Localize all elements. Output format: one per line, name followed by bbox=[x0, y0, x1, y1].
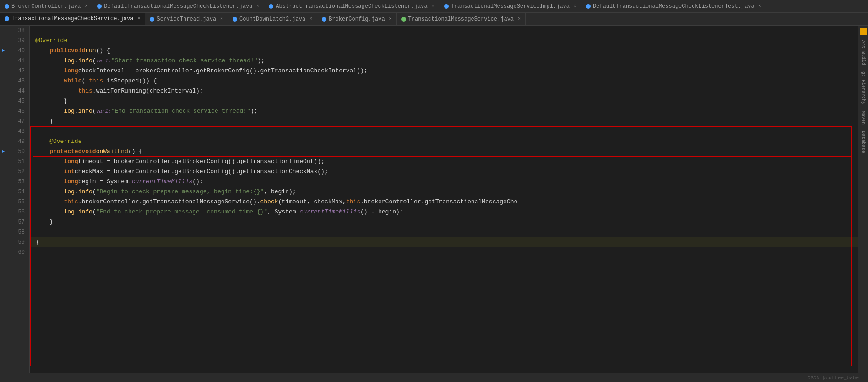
close-icon[interactable]: × bbox=[220, 16, 223, 22]
line-num-48: 48 bbox=[0, 126, 29, 136]
tab-abstract-transactional[interactable]: AbstractTransactionalMessageCheckListene… bbox=[264, 0, 439, 12]
line-num-50: ▶ 50 bbox=[0, 147, 29, 157]
tab-icon-blue bbox=[5, 16, 9, 21]
line-num-38: 38 bbox=[0, 26, 29, 36]
arrow-icon: ▶ bbox=[2, 147, 5, 157]
close-icon[interactable]: × bbox=[309, 16, 312, 22]
hierarchy-label[interactable]: g: Hierarchy bbox=[860, 69, 867, 107]
tab-countdown-latch[interactable]: CountDownLatch2.java × bbox=[228, 13, 317, 25]
tab-label: ServiceThread.java bbox=[157, 16, 216, 22]
line-num-45: 45 bbox=[0, 96, 29, 106]
code-line-42: long checkInterval = brokerController.ge… bbox=[30, 66, 858, 76]
line-num-58: 58 bbox=[0, 227, 29, 237]
line-num-56: 56 bbox=[0, 207, 29, 217]
code-line-54: log . info ( "Begin to check prepare mes… bbox=[30, 187, 858, 197]
tab-transactional-impl[interactable]: TransactionalMessageServiceImpl.java × bbox=[439, 0, 581, 12]
tab-transactional-service[interactable]: TransactionalMessageService.java × bbox=[397, 13, 526, 25]
tab-label: DefaultTransactionalMessageCheckListener… bbox=[593, 3, 754, 10]
tab-service-thread[interactable]: ServiceThread.java × bbox=[145, 13, 228, 25]
tab-label: BrokerController.java bbox=[11, 3, 81, 10]
watermark: CSDN @coffee_babe bbox=[808, 375, 859, 381]
ant-build-icon bbox=[860, 28, 867, 35]
tab-icon-blue bbox=[150, 17, 154, 22]
tab-label: TransactionalMessageService.java bbox=[408, 16, 514, 22]
line-num-51: 51 bbox=[0, 157, 29, 167]
maven-label[interactable]: Maven bbox=[860, 108, 867, 127]
close-icon[interactable]: × bbox=[759, 4, 761, 9]
database-label[interactable]: Database bbox=[860, 128, 867, 156]
close-icon[interactable]: × bbox=[574, 4, 576, 9]
line-num-43: 43 bbox=[0, 76, 29, 86]
code-line-59: } bbox=[30, 237, 858, 247]
line-num-40: ▶ 40 bbox=[0, 46, 29, 56]
line-num-46: 46 bbox=[0, 106, 29, 116]
code-line-57: } bbox=[30, 217, 858, 227]
code-area[interactable]: @Override public void run () { log . inf… bbox=[30, 26, 858, 373]
line-number-gutter: 38 39 ▶ 40 41 42 43 44 45 46 47 48 49 ▶ … bbox=[0, 26, 30, 373]
line-num-41: 41 bbox=[0, 56, 29, 66]
close-icon[interactable]: × bbox=[518, 16, 521, 22]
code-line-50: protected void onWaitEnd () { bbox=[30, 147, 858, 157]
code-line-49: @Override bbox=[30, 136, 858, 147]
close-icon[interactable]: × bbox=[137, 16, 140, 21]
close-icon[interactable]: × bbox=[389, 16, 392, 22]
code-line-44: this .waitForRunning(checkInterval); bbox=[30, 86, 858, 96]
code-line-41: log . info ( var1: "Start transaction ch… bbox=[30, 56, 858, 66]
tab-icon-blue bbox=[444, 4, 449, 9]
code-line-43: while (! this .isStopped()) { bbox=[30, 76, 858, 86]
line-num-59: 59 bbox=[0, 237, 29, 247]
tab-icon-blue bbox=[97, 4, 102, 9]
tab-icon-blue bbox=[5, 4, 9, 9]
tab-label: TransactionalMessageCheckService.java bbox=[11, 16, 133, 22]
code-line-40: public void run () { bbox=[30, 46, 858, 56]
code-line-39: @Override bbox=[30, 36, 858, 46]
tab-default-test[interactable]: DefaultTransactionalMessageCheckListener… bbox=[581, 0, 766, 12]
ant-build-label[interactable]: Ant Build bbox=[860, 38, 867, 68]
line-num-57: 57 bbox=[0, 217, 29, 227]
tab-icon-green bbox=[401, 17, 406, 22]
tab-icon-blue bbox=[322, 17, 326, 22]
tab-icon-blue bbox=[269, 4, 273, 9]
code-line-55: this .brokerController.getTransactionalM… bbox=[30, 197, 858, 207]
line-num-47: 47 bbox=[0, 116, 29, 126]
arrow-icon: ▶ bbox=[2, 46, 5, 56]
right-sidebar: Ant Build g: Hierarchy Maven Database bbox=[858, 26, 868, 373]
close-icon[interactable]: × bbox=[256, 4, 259, 9]
tab-icon-blue bbox=[233, 17, 237, 22]
close-icon[interactable]: × bbox=[85, 4, 87, 9]
tab-label: CountDownLatch2.java bbox=[239, 16, 305, 22]
tab-broker-controller[interactable]: BrokerController.java × bbox=[0, 0, 92, 12]
code-line-38 bbox=[30, 26, 858, 36]
line-num-60: 60 bbox=[0, 247, 29, 257]
tab-check-service[interactable]: TransactionalMessageCheckService.java × bbox=[0, 13, 145, 25]
line-num-39: 39 bbox=[0, 36, 29, 46]
bottom-bar: CSDN @coffee_babe bbox=[0, 373, 868, 382]
line-num-42: 42 bbox=[0, 66, 29, 76]
code-line-45: } bbox=[30, 96, 858, 106]
code-line-48 bbox=[30, 126, 858, 136]
code-line-52: int checkMax = brokerController.getBroke… bbox=[30, 167, 858, 177]
tab-label: DefaultTransactionalMessageCheckListener… bbox=[104, 3, 252, 10]
main-area: 38 39 ▶ 40 41 42 43 44 45 46 47 48 49 ▶ … bbox=[0, 26, 868, 373]
tab-default-transactional[interactable]: DefaultTransactionalMessageCheckListener… bbox=[92, 0, 264, 12]
code-line-60 bbox=[30, 247, 858, 257]
tab-broker-config[interactable]: BrokerConfig.java × bbox=[317, 13, 396, 25]
tab-label: BrokerConfig.java bbox=[329, 16, 385, 22]
tab-label: TransactionalMessageServiceImpl.java bbox=[451, 3, 570, 10]
code-lines: @Override public void run () { log . inf… bbox=[30, 26, 858, 373]
code-line-51: long timeout = brokerController.getBroke… bbox=[30, 157, 858, 167]
annotation-override-2: @Override bbox=[49, 136, 81, 147]
code-line-58 bbox=[30, 227, 858, 237]
line-num-55: 55 bbox=[0, 197, 29, 207]
line-num-53: 53 bbox=[0, 177, 29, 187]
code-line-46: log . info ( var1: "End transaction chec… bbox=[30, 106, 858, 116]
annotation-override: @Override bbox=[35, 36, 67, 46]
tab-bar-top: BrokerController.java × DefaultTransacti… bbox=[0, 0, 868, 13]
line-num-54: 54 bbox=[0, 187, 29, 197]
tab-icon-blue bbox=[586, 4, 591, 9]
tab-bar-second: TransactionalMessageCheckService.java × … bbox=[0, 13, 868, 26]
line-num-44: 44 bbox=[0, 86, 29, 96]
code-line-47: } bbox=[30, 116, 858, 126]
close-icon[interactable]: × bbox=[432, 4, 434, 9]
line-num-49: 49 bbox=[0, 136, 29, 147]
